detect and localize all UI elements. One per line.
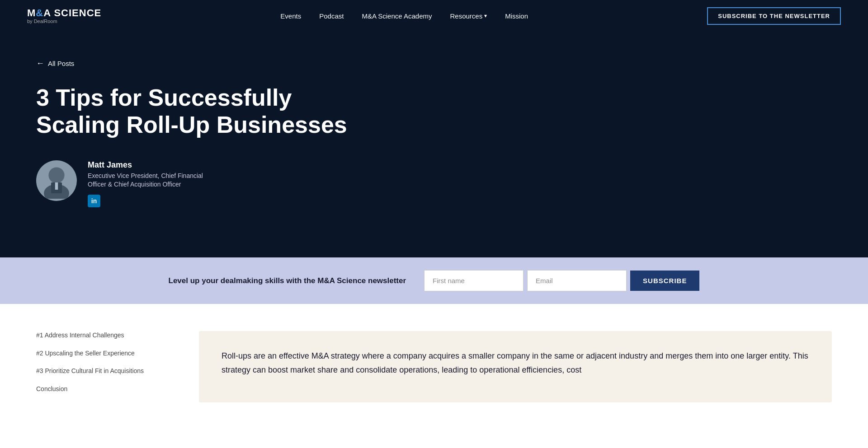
author-job-title: Executive Vice President, Chief Financia… [88,172,214,189]
logo-subtitle: by DealRoom [27,19,101,24]
toc-item-conclusion[interactable]: Conclusion [36,385,172,394]
logo-text: M&A SCIENCE [27,8,101,18]
linkedin-link[interactable]: in [88,195,100,207]
toc-item-2[interactable]: #2 Upscaling the Seller Experience [36,349,172,358]
author-info: Matt James Executive Vice President, Chi… [88,160,214,207]
toc-item-1[interactable]: #1 Address Internal Challenges [36,331,172,340]
svg-rect-3 [55,182,58,190]
content-area: #1 Address Internal Challenges #2 Upscal… [0,304,868,429]
hero-section: ← All Posts 3 Tips for Successfully Scal… [0,32,868,257]
back-to-posts-link[interactable]: ← All Posts [36,59,832,68]
newsletter-subscribe-button[interactable]: SUBSCRIBE [630,271,699,291]
toc-item-3[interactable]: #3 Prioritize Cultural Fit in Acquisitio… [36,367,172,376]
nav-events[interactable]: Events [280,12,301,20]
first-name-input[interactable] [424,270,524,291]
article-title: 3 Tips for Successfully Scaling Roll-Up … [36,84,375,139]
author-name: Matt James [88,160,214,170]
svg-point-0 [48,167,64,183]
nav-mission[interactable]: Mission [505,12,528,20]
back-label: All Posts [48,60,74,67]
newsletter-form: SUBSCRIBE [424,270,699,291]
article-body: Roll-ups are an effective M&A strategy w… [199,331,832,402]
logo-ampersand: & [36,7,43,19]
email-input[interactable] [527,270,627,291]
newsletter-text: Level up your dealmaking skills with the… [169,276,406,285]
nav-academy[interactable]: M&A Science Academy [362,12,432,20]
nav-podcast[interactable]: Podcast [319,12,344,20]
nav-resources[interactable]: Resources [450,12,487,20]
back-arrow-icon: ← [36,59,44,68]
author-avatar [36,160,77,201]
article-intro: Roll-ups are an effective M&A strategy w… [222,349,809,377]
author-section: Matt James Executive Vice President, Chi… [36,160,832,207]
table-of-contents: #1 Address Internal Challenges #2 Upscal… [36,331,172,402]
navigation: M&A SCIENCE by DealRoom Events Podcast M… [0,0,868,32]
newsletter-banner: Level up your dealmaking skills with the… [0,257,868,304]
nav-links: Events Podcast M&A Science Academy Resou… [280,12,528,20]
site-logo[interactable]: M&A SCIENCE by DealRoom [27,8,101,24]
linkedin-icon: in [91,197,97,205]
subscribe-button[interactable]: SUBSCRIBE TO THE NEWSLETTER [707,7,841,25]
